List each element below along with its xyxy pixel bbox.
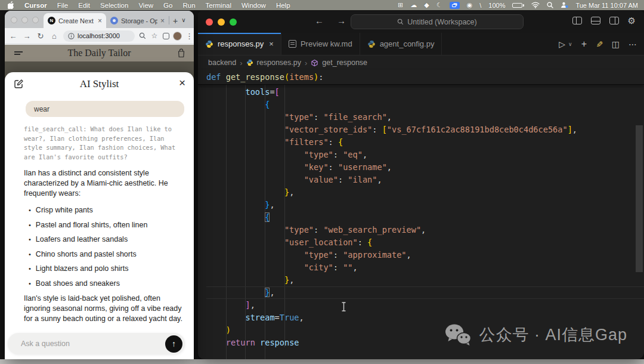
close-window-button[interactable] [206,18,213,26]
breadcrumb-symbol[interactable]: get_response [322,58,367,67]
toggle-secondary-sidebar-icon[interactable] [609,17,619,24]
menubar-clock[interactable]: Tue Mar 11 10:07 AM [575,2,638,9]
hamburger-menu-icon[interactable] [14,50,23,57]
webpage: The Daily Tailor AI Stylist × wear file_… [5,45,194,359]
close-tab-icon[interactable]: × [160,17,165,25]
more-actions-icon[interactable]: ⋯ [628,39,637,49]
openai-favicon [110,17,118,24]
profile-avatar[interactable] [173,32,182,41]
list-item: •Light blazers and polo shirts [29,264,183,273]
menu-file[interactable]: File [57,2,69,9]
site-info-icon[interactable] [68,33,75,39]
code-editor[interactable]: tools=[{"type": "file_search","vector_st… [198,85,644,349]
breadcrumb-folder[interactable]: backend [208,58,236,67]
tab-agent-config-py[interactable]: agent_config.py [360,33,442,55]
apple-menu-icon[interactable] [8,1,14,9]
extensions-icon[interactable] [163,33,169,39]
new-chat-icon[interactable] [14,79,24,89]
tab-search-chevron-icon[interactable]: ∨ [178,14,189,25]
grid-status-icon[interactable]: ⊞ [398,1,403,9]
browser-menu-icon[interactable]: ⋮ [185,32,190,41]
cloud-status-icon[interactable]: ☁ [410,1,417,9]
toggle-sidebar-icon[interactable] [572,17,582,24]
split-editor-icon[interactable]: ◫ [612,39,620,49]
toggle-panel-icon[interactable] [591,17,600,24]
browser-traffic-lights[interactable] [5,17,44,28]
nav-forward-button[interactable]: → [337,16,346,26]
back-button[interactable]: ← [8,32,18,41]
new-file-button[interactable]: + [581,39,587,50]
arrow-up-icon: ↑ [172,339,176,348]
menu-view[interactable]: View [138,2,153,9]
spotlight-search-icon[interactable] [547,2,553,8]
diamond-status-icon[interactable]: ◆ [424,1,429,9]
zoom-window-button[interactable] [32,17,39,23]
run-dropdown-chevron-icon[interactable]: ∨ [568,41,572,47]
backslash-status-icon[interactable]: \ [479,2,481,9]
menu-window[interactable]: Window [242,2,266,9]
user-account-icon[interactable] [561,2,568,8]
close-window-button[interactable] [11,17,17,23]
watermark: 公众号 · AI信息Gap [444,323,627,346]
menu-run[interactable]: Run [182,2,195,9]
tab-label: Preview kw.md [301,39,352,48]
menu-go[interactable]: Go [163,2,172,9]
user-message-bubble: wear [26,101,184,117]
python-icon [205,40,213,48]
bookmark-star-icon[interactable]: ☆ [150,32,159,40]
send-button[interactable]: ↑ [165,335,182,353]
minimize-window-button[interactable] [21,17,28,23]
lens-search-icon[interactable] [139,32,146,39]
breadcrumb-sep-icon: › [305,58,307,67]
menubar-app-name[interactable]: Cursor [24,2,47,9]
vscode-window: ← → Untitled (Workspace) ⚙ responses.py … [198,11,644,359]
moon-focus-icon[interactable]: ☾ [436,1,442,9]
nextjs-favicon: N [48,17,55,24]
close-modal-icon[interactable]: × [179,77,185,88]
browser-tab-openai-storage[interactable]: Storage - OpenAI A × [106,13,169,28]
battery-icon [512,3,524,8]
breadcrumb-file[interactable]: responses.py [257,58,301,67]
forward-button[interactable]: → [22,32,32,41]
wechat-icon [444,323,472,346]
text-cursor-pointer [341,302,346,311]
battery-percent: 100% [488,2,505,9]
nav-back-button[interactable]: ← [315,16,324,26]
browser-tab-create-next-app[interactable]: N Create Next App × [44,13,106,28]
close-tab-icon[interactable]: × [269,39,274,48]
record-status-icon[interactable]: ◉ [467,1,473,9]
settings-gear-icon[interactable]: ⚙ [628,16,636,25]
site-header: The Daily Tailor [5,45,194,61]
ask-question-input[interactable] [21,340,165,348]
close-tab-icon[interactable]: × [98,17,102,25]
home-button[interactable]: ⌂ [49,32,59,41]
highlighter-icon[interactable]: ✎ [595,41,604,48]
vscode-traffic-lights[interactable] [198,18,237,26]
sticky-scroll-line[interactable]: def get_response(items): [198,70,644,85]
assistant-outro-text: Ilan's style is laid-back yet polished, … [24,294,185,324]
menu-help[interactable]: Help [276,2,290,9]
reload-button[interactable]: ↻ [36,32,45,41]
bullet-icon: • [29,280,31,287]
vscode-titlebar: ← → Untitled (Workspace) ⚙ [198,11,644,33]
minimize-window-button[interactable] [218,18,225,26]
menu-edit[interactable]: Edit [78,2,90,9]
shopping-bag-icon[interactable] [177,48,185,58]
menu-terminal[interactable]: Terminal [206,2,231,9]
modal-title: AI Stylist [80,78,119,90]
wifi-icon[interactable] [531,2,540,8]
run-python-button[interactable]: ▷ [559,39,565,49]
zoom-window-button[interactable] [230,18,237,26]
browser-toolbar: ← → ↻ ⌂ localhost:3000 ☆ ⋮ [5,28,194,44]
editor-tabstrip: responses.py × Preview kw.md agent_confi… [198,33,644,55]
ai-stylist-modal: AI Stylist × wear file_search_call: What… [5,72,194,359]
tab-preview-kw-md[interactable]: Preview kw.md [281,33,360,55]
menu-selection[interactable]: Selection [100,2,128,9]
breadcrumb-sep-icon: › [240,58,242,67]
address-bar[interactable]: localhost:3000 [63,30,135,42]
browser-window: N Create Next App × Storage - OpenAI A ×… [5,11,194,359]
tab-responses-py[interactable]: responses.py × [198,33,281,55]
bullet-icon: • [29,265,31,272]
window-switcher-icon[interactable] [450,2,460,9]
workspace-search-box[interactable]: Untitled (Workspace) [351,14,524,29]
